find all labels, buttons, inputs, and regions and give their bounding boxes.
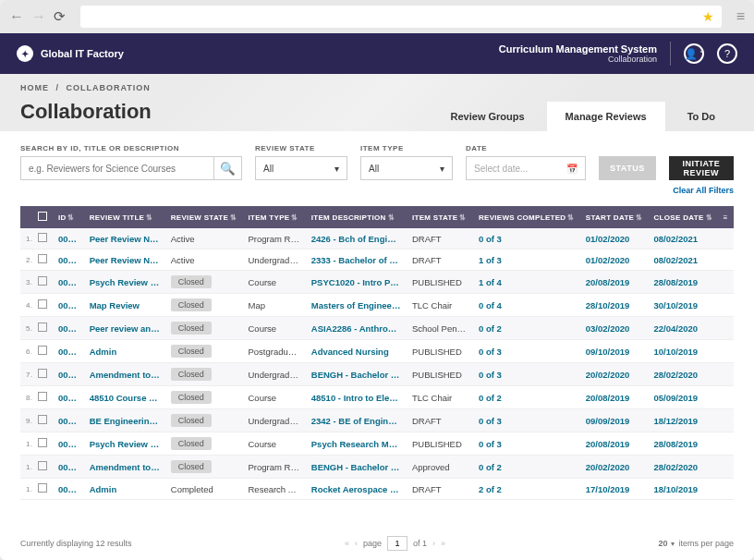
breadcrumb-home[interactable]: HOME: [20, 83, 49, 92]
row-completed[interactable]: 1 of 3: [473, 250, 580, 271]
row-item-type: Course: [243, 271, 306, 294]
row-title[interactable]: Peer review anthropolog...: [84, 317, 165, 340]
back-icon[interactable]: ←: [9, 8, 24, 25]
pager-first-icon[interactable]: «: [345, 539, 349, 548]
row-id[interactable]: 0000501: [53, 409, 84, 432]
row-id[interactable]: 0000521: [53, 340, 84, 363]
review-state-select[interactable]: All▾: [255, 156, 347, 180]
perpage-value[interactable]: 20: [658, 539, 667, 548]
row-item-desc[interactable]: 2333 - Bachelor of Engineeri...: [306, 250, 407, 271]
row-id[interactable]: 0000543: [53, 479, 84, 500]
tab-review-groups[interactable]: Review Groups: [432, 102, 543, 131]
row-title[interactable]: 48510 Course review: [84, 386, 165, 409]
search-input[interactable]: [20, 156, 214, 180]
row-completed[interactable]: 0 of 4: [473, 294, 580, 317]
row-checkbox[interactable]: [32, 271, 53, 294]
row-completed[interactable]: 0 of 2: [473, 317, 580, 340]
row-completed[interactable]: 0 of 3: [473, 432, 580, 456]
row-item-desc[interactable]: Advanced Nursing: [306, 340, 407, 363]
row-checkbox[interactable]: [32, 432, 53, 456]
col-menu[interactable]: ≡: [718, 206, 734, 228]
user-menu-icon[interactable]: 👤˅: [684, 43, 704, 64]
row-title[interactable]: Amendment to Engineeri...: [84, 363, 165, 386]
row-checkbox[interactable]: [32, 386, 53, 409]
row-checkbox[interactable]: [32, 294, 53, 317]
row-id[interactable]: 0000561: [53, 294, 84, 317]
row-id[interactable]: 0000582: [53, 250, 84, 271]
pager-last-icon[interactable]: »: [441, 539, 445, 548]
col-start[interactable]: START DATE⇅: [580, 206, 649, 228]
row-checkbox[interactable]: [32, 363, 53, 386]
bookmark-star-icon[interactable]: ★: [702, 9, 714, 24]
row-title[interactable]: Psych Review group: [84, 432, 165, 456]
row-id[interactable]: 0000601: [53, 317, 84, 340]
page-input[interactable]: [387, 536, 407, 551]
row-completed[interactable]: 0 of 3: [473, 363, 580, 386]
search-button[interactable]: 🔍: [214, 156, 242, 180]
col-state[interactable]: REVIEW STATE⇅: [165, 206, 243, 228]
row-checkbox[interactable]: [32, 228, 53, 250]
row-title[interactable]: Map Review: [84, 294, 165, 317]
col-item-desc[interactable]: ITEM DESCRIPTION⇅: [306, 206, 407, 228]
row-checkbox[interactable]: [32, 340, 53, 363]
row-id[interactable]: 0000621: [53, 363, 84, 386]
col-item-type[interactable]: ITEM TYPE⇅: [243, 206, 306, 228]
row-checkbox[interactable]: [32, 456, 53, 479]
date-input[interactable]: Select date...📅: [466, 156, 586, 180]
row-completed[interactable]: 0 of 2: [473, 456, 580, 479]
tab-to-do[interactable]: To Do: [669, 102, 734, 131]
row-item-desc[interactable]: PSYC1020 - Intro Psych Min...: [306, 271, 407, 294]
clear-filters-link[interactable]: Clear All Filters: [20, 186, 734, 195]
row-item-state: TLC Chair: [407, 294, 473, 317]
row-title[interactable]: Peer Review New Engine...: [84, 250, 165, 271]
row-id[interactable]: 0000482: [53, 271, 84, 294]
row-item-desc[interactable]: Masters of Engineering - IE ...: [306, 294, 407, 317]
chevron-down-icon[interactable]: ▾: [671, 540, 675, 548]
row-checkbox[interactable]: [32, 250, 53, 271]
row-title[interactable]: Admin: [84, 340, 165, 363]
col-close[interactable]: CLOSE DATE⇅: [649, 206, 718, 228]
row-completed[interactable]: 2 of 2: [473, 479, 580, 500]
row-completed[interactable]: 0 of 2: [473, 386, 580, 409]
row-id[interactable]: 0000621: [53, 456, 84, 479]
row-title[interactable]: BE Engineering Hons Pe...: [84, 409, 165, 432]
row-completed[interactable]: 0 of 3: [473, 228, 580, 250]
row-checkbox[interactable]: [32, 317, 53, 340]
col-item-state[interactable]: ITEM STATE⇅: [407, 206, 473, 228]
row-completed[interactable]: 1 of 4: [473, 271, 580, 294]
row-id[interactable]: 0000582: [53, 228, 84, 250]
row-checkbox[interactable]: [32, 479, 53, 500]
row-item-desc[interactable]: BENGH - Bachelor of Engine...: [306, 456, 407, 479]
row-item-desc[interactable]: BENGH - Bachelor of Engine...: [306, 363, 407, 386]
row-checkbox[interactable]: [32, 409, 53, 432]
row-completed[interactable]: 0 of 3: [473, 340, 580, 363]
row-item-desc[interactable]: 2342 - BE of Engineering (H...: [306, 409, 407, 432]
url-bar[interactable]: ★: [80, 6, 722, 28]
refresh-icon[interactable]: ⟳: [54, 8, 66, 25]
row-item-desc[interactable]: ASIA2286 - Anthropol and T...: [306, 317, 407, 340]
item-type-select[interactable]: All▾: [360, 156, 453, 180]
row-item-desc[interactable]: 48510 - Intro to Elec Eng: [306, 386, 407, 409]
help-icon[interactable]: ?: [717, 43, 737, 64]
pager-next-icon[interactable]: ›: [432, 539, 435, 548]
row-title[interactable]: Admin: [84, 479, 165, 500]
forward-icon[interactable]: →: [31, 8, 46, 25]
row-title[interactable]: Psych Review group: [84, 271, 165, 294]
row-title[interactable]: Amendment to Engineeri...: [84, 456, 165, 479]
row-completed[interactable]: 0 of 3: [473, 409, 580, 432]
row-id[interactable]: 0000521: [53, 386, 84, 409]
col-title[interactable]: REVIEW TITLE⇅: [84, 206, 165, 228]
browser-menu-icon[interactable]: ≡: [736, 8, 745, 25]
row-id[interactable]: 0000482: [53, 432, 84, 456]
initiate-review-button[interactable]: INITIATE REVIEW: [669, 156, 734, 180]
col-id[interactable]: ID⇅: [53, 206, 84, 228]
row-item-desc[interactable]: Rocket Aerospace Engineeri...: [306, 479, 407, 500]
col-completed[interactable]: REVIEWS COMPLETED⇅: [473, 206, 580, 228]
tab-manage-reviews[interactable]: Manage Reviews: [547, 102, 665, 131]
status-button[interactable]: STATUS: [599, 156, 656, 180]
row-item-desc[interactable]: 2426 - Bch of Engineering (H...: [306, 228, 407, 250]
col-checkbox[interactable]: [32, 206, 53, 228]
row-item-desc[interactable]: Psych Research Methodolo...: [306, 432, 407, 456]
row-title[interactable]: Peer Review New Engine...: [84, 228, 165, 250]
pager-prev-icon[interactable]: ‹: [355, 539, 358, 548]
